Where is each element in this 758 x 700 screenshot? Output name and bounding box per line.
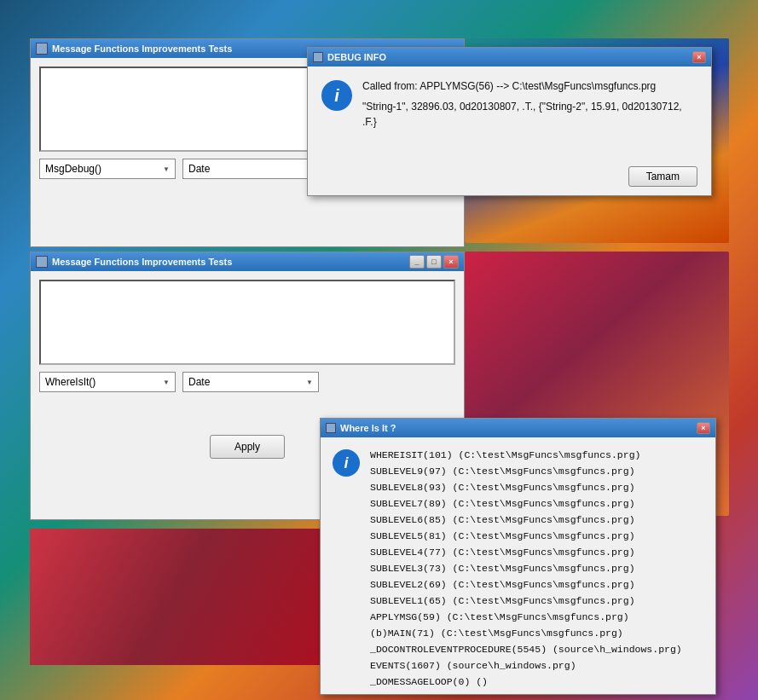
- debug-dialog-body: i Called from: APPLYMSG(56) --> C:\test\…: [308, 67, 711, 195]
- whereis-close-button[interactable]: ×: [697, 422, 710, 434]
- top-dropdown2[interactable]: Date ▼: [182, 159, 319, 179]
- whereis-title: Where Is It ?: [340, 423, 396, 433]
- bottom-dropdown2-arrow: ▼: [306, 379, 313, 386]
- debug-dialog-title: DEBUG INFO: [327, 52, 386, 62]
- whereis-line-item: SUBLEVEL6(85) (C:\test\MsgFuncs\msgfuncs…: [370, 512, 682, 529]
- bottom-controls-row: WhereIsIt() ▼ Date ▼: [39, 372, 455, 392]
- debug-line2: "String-1", 32896.03, 0d20130807, .T., {…: [362, 99, 697, 130]
- bottom-window-icon: [36, 256, 48, 268]
- debug-ok-button[interactable]: Tamam: [628, 166, 697, 187]
- whereis-text-block: WHEREISIT(101) (C:\test\MsgFuncs\msgfunc…: [370, 448, 682, 694]
- bottom-dropdown1[interactable]: WhereIsIt() ▼: [39, 372, 176, 392]
- debug-dialog-footer: Tamam: [321, 166, 697, 187]
- whereis-icon: [326, 423, 336, 433]
- bottom-maximize-button[interactable]: □: [426, 255, 442, 269]
- debug-dialog-titlebar: DEBUG INFO ×: [308, 48, 711, 67]
- debug-info-dialog: DEBUG INFO × i Called from: APPLYMSG(56)…: [307, 47, 712, 196]
- whereis-line-item: SUBLEVEL3(73) (C:\test\MsgFuncs\msgfuncs…: [370, 561, 682, 577]
- whereis-line-item: SUBLEVEL9(97) (C:\test\MsgFuncs\msgfuncs…: [370, 464, 682, 480]
- whereis-line-item: SUBLEVEL5(81) (C:\test\MsgFuncs\msgfuncs…: [370, 529, 682, 545]
- whereis-line-item: _DOCONTROLEVENTPROCEDURE(5545) (source\h…: [370, 642, 682, 658]
- debug-info-icon: i: [321, 80, 352, 111]
- top-window-icon: [36, 43, 48, 55]
- debug-dialog-icon: [313, 52, 323, 62]
- apply-button[interactable]: Apply: [210, 435, 285, 459]
- top-dropdown1[interactable]: MsgDebug() ▼: [39, 159, 176, 179]
- whereis-line-item: _ACTIVATEWINDOW(5213) (source\h_windows.…: [370, 691, 682, 694]
- whereis-line-item: SUBLEVEL7(89) (C:\test\MsgFuncs\msgfuncs…: [370, 496, 682, 512]
- whereis-line-item: WHEREISIT(101) (C:\test\MsgFuncs\msgfunc…: [370, 448, 682, 464]
- whereis-line-item: SUBLEVEL2(69) (C:\test\MsgFuncs\msgfuncs…: [370, 577, 682, 593]
- debug-line1: Called from: APPLYMSG(56) --> C:\test\Ms…: [362, 78, 697, 94]
- bottom-inner-frame: [39, 280, 455, 365]
- whereis-line-item: SUBLEVEL4(77) (C:\test\MsgFuncs\msgfuncs…: [370, 545, 682, 561]
- whereis-line-item: SUBLEVEL8(93) (C:\test\MsgFuncs\msgfuncs…: [370, 480, 682, 496]
- top-dropdown1-arrow: ▼: [163, 165, 170, 173]
- debug-dialog-text: Called from: APPLYMSG(56) --> C:\test\Ms…: [362, 78, 697, 130]
- bottom-dropdown2[interactable]: Date ▼: [182, 372, 319, 392]
- bottom-close-button[interactable]: ×: [443, 255, 459, 269]
- whereis-line-item: EVENTS(1607) (source\h_windows.prg): [370, 658, 682, 674]
- bg-bottom-left-scenery: [30, 529, 320, 665]
- whereis-info-icon: i: [333, 449, 360, 477]
- bottom-window-titlebar: Message Functions Improvements Tests _ □…: [31, 252, 464, 271]
- whereis-line-item: (b)MAIN(71) (C:\test\MsgFuncs\msgfuncs.p…: [370, 626, 682, 642]
- whereis-body: i WHEREISIT(101) (C:\test\MsgFuncs\msgfu…: [321, 437, 715, 694]
- debug-dialog-close-button[interactable]: ×: [692, 51, 706, 63]
- debug-content-row: i Called from: APPLYMSG(56) --> C:\test\…: [321, 78, 697, 158]
- whereis-line-item: SUBLEVEL1(65) (C:\test\MsgFuncs\msgfuncs…: [370, 593, 682, 610]
- whereis-dialog: Where Is It ? × i WHEREISIT(101) (C:\tes…: [320, 418, 716, 695]
- whereis-line-item: APPLYMSG(59) (C:\test\MsgFuncs\msgfuncs.…: [370, 610, 682, 626]
- whereis-line-item: _DOMESSAGELOOP(0) (): [370, 674, 682, 691]
- bottom-dropdown1-arrow: ▼: [163, 379, 170, 386]
- bottom-minimize-button[interactable]: _: [409, 255, 425, 269]
- whereis-titlebar: Where Is It ? ×: [321, 419, 715, 437]
- bottom-window-controls: _ □ ×: [409, 255, 459, 269]
- bottom-window-title: Message Functions Improvements Tests: [52, 257, 409, 267]
